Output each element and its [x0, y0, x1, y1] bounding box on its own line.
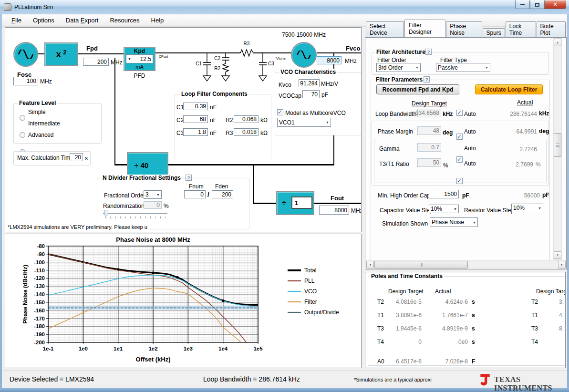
- filter-type-combo[interactable]: Passive ▼: [436, 63, 490, 72]
- actual-header: Actual: [517, 99, 533, 106]
- cap-step-label: Capacitor Value Step: [380, 207, 434, 214]
- menu-resources[interactable]: Resources: [104, 15, 145, 26]
- tab-select-device[interactable]: Select Device: [366, 21, 404, 37]
- t3t1-actual: 2.7699: [500, 161, 533, 168]
- pole-row-unit: s: [472, 312, 475, 319]
- maximize-button[interactable]: [530, 0, 544, 9]
- phase-margin-actual-unit: deg: [539, 128, 549, 134]
- fraction-slash: /: [207, 191, 209, 198]
- fvco-input[interactable]: 8000: [317, 56, 341, 64]
- c2-input[interactable]: 68: [183, 115, 208, 123]
- kpd-combo[interactable]: ▼ 12.5: [126, 54, 153, 63]
- app-window: PLLatinum Sim ✕ FileOptionsData ExportRe…: [0, 0, 569, 392]
- help-icon[interactable]: ?: [186, 175, 192, 181]
- minimize-button[interactable]: [515, 0, 530, 9]
- chevron-down-icon: ▼: [536, 206, 541, 210]
- scroll-left-button[interactable]: ◄: [366, 261, 374, 268]
- menu-file[interactable]: File: [6, 15, 27, 26]
- gamma-input[interactable]: 0.7: [417, 143, 441, 152]
- sim-shown-combo[interactable]: Phase Noise ▼: [430, 217, 478, 227]
- randomization-slider-track[interactable]: [103, 213, 167, 214]
- radio-simple[interactable]: [20, 115, 25, 121]
- multiplier-exponent: 2: [63, 49, 66, 56]
- pole-row-design: 3.8891e-6: [388, 312, 422, 319]
- fractional-order-combo[interactable]: 3 ▼: [144, 190, 162, 199]
- scroll-up-button[interactable]: ▲: [554, 39, 561, 46]
- chevron-down-icon: ▼: [471, 221, 476, 224]
- wire-fosc-mult: [38, 53, 45, 54]
- x-tick-label: 1e-1: [42, 346, 54, 351]
- tab-phase-noise[interactable]: Phase Noise: [446, 21, 482, 37]
- chevron-down-icon: ▼: [324, 121, 329, 124]
- chevron-down-icon: ▼: [483, 66, 488, 69]
- t3t1-auto-checkbox[interactable]: [456, 178, 463, 184]
- tab-spurs[interactable]: Spurs: [483, 28, 505, 37]
- filter-type-label: Filter Type: [440, 57, 467, 63]
- tab-lock-time[interactable]: Lock Time: [506, 21, 536, 37]
- output-divider-input[interactable]: 1: [291, 196, 312, 209]
- filter-order-combo[interactable]: 3rd Order ▼: [376, 63, 421, 72]
- tab-bode-plot[interactable]: Bode Plot: [537, 21, 566, 37]
- y-tick-label: -170: [34, 316, 45, 321]
- gamma-auto-checkbox[interactable]: [456, 156, 463, 163]
- filter-type-value: Passive: [438, 64, 458, 71]
- loop-bandwidth-auto-checkbox[interactable]: [456, 110, 463, 116]
- multicore-checkbox[interactable]: [277, 109, 283, 115]
- randomization-input[interactable]: 0: [144, 201, 162, 209]
- menu-options[interactable]: Options: [27, 15, 60, 26]
- help-icon[interactable]: ?: [425, 49, 432, 55]
- multiplier-block[interactable]: x 2: [44, 42, 78, 66]
- scroll-right-button[interactable]: ►: [558, 261, 566, 268]
- fosc-input[interactable]: 100: [13, 77, 38, 85]
- vcocap-label: VCOCap: [279, 93, 301, 99]
- ground-icon: [222, 76, 229, 81]
- c3-input[interactable]: 1.8: [183, 128, 208, 136]
- calculate-loop-filter-button[interactable]: Calculate Loop Filter: [475, 84, 543, 94]
- ti-logo-icon: [479, 373, 491, 386]
- poles-panel: Poles and Time Constants Design Target A…: [365, 272, 566, 368]
- menu-data-export[interactable]: Data Export: [60, 15, 104, 26]
- x-tick-label: 1e5: [253, 346, 263, 351]
- scroll-down-button[interactable]: ▼: [554, 251, 561, 259]
- c1-input[interactable]: 0.39: [183, 103, 208, 110]
- max-calc-input[interactable]: 20: [70, 153, 83, 161]
- fnum-input[interactable]: 0: [184, 190, 206, 198]
- recommend-fpd-kpd-button[interactable]: Recommend Fpd and Kpd: [376, 84, 459, 94]
- vertical-scrollbar-thumb[interactable]: [554, 133, 561, 157]
- vcocap-input[interactable]: 70: [302, 90, 320, 98]
- kvco-input[interactable]: 91.284: [299, 79, 320, 87]
- c2-circuit-label: C2: [214, 56, 220, 61]
- fpd-input[interactable]: 200: [83, 58, 109, 66]
- filter-designer-tab-panel: Filter Architecture ? Filter Order 3rd O…: [365, 37, 567, 269]
- window-frame-left: [0, 14, 2, 388]
- phase-margin-input[interactable]: 48: [417, 126, 441, 135]
- loop-bandwidth-actual: 286.76144: [504, 111, 537, 117]
- tab-filter-designer[interactable]: Filter Designer: [404, 20, 445, 37]
- r3-label: R3: [226, 130, 233, 136]
- fractional-order-value: 3: [145, 191, 149, 198]
- c3-circuit-label: C3: [268, 61, 274, 66]
- phase-margin-actual: 64.9991: [504, 128, 537, 135]
- pole-row-unit: s: [472, 299, 475, 305]
- fden-input[interactable]: 200: [212, 190, 233, 198]
- radio-intermediate[interactable]: [20, 132, 25, 138]
- r2-input[interactable]: 0.068: [234, 115, 259, 123]
- pole-row-actual: 4.624e-6: [435, 299, 468, 305]
- chart-title: Phase Noise at 8000 MHz: [116, 236, 190, 243]
- horizontal-scrollbar-thumb[interactable]: [374, 261, 468, 268]
- r3-input[interactable]: 0.018: [234, 128, 259, 136]
- poles-title: Poles and Time Constants: [370, 273, 444, 279]
- loop-bandwidth-input[interactable]: 334.6568: [417, 109, 441, 117]
- vco-select-combo[interactable]: VCO1 ▼: [277, 118, 331, 127]
- menu-help[interactable]: Help: [145, 15, 170, 26]
- window-frame-bottom: [0, 388, 569, 392]
- res-step-combo[interactable]: 10% ▼: [511, 204, 543, 212]
- min-cap-input[interactable]: 1500: [429, 190, 459, 198]
- t3t1-input[interactable]: 50: [417, 158, 441, 167]
- fout-input[interactable]: 8000: [319, 206, 349, 215]
- help-icon[interactable]: ?: [424, 76, 430, 83]
- resistor-r2-icon: [223, 63, 228, 72]
- pfd-block: Kpd ▼ 12.5 mA: [124, 47, 155, 71]
- cap-step-combo[interactable]: 10% ▼: [429, 205, 459, 213]
- close-button[interactable]: ✕: [544, 0, 566, 9]
